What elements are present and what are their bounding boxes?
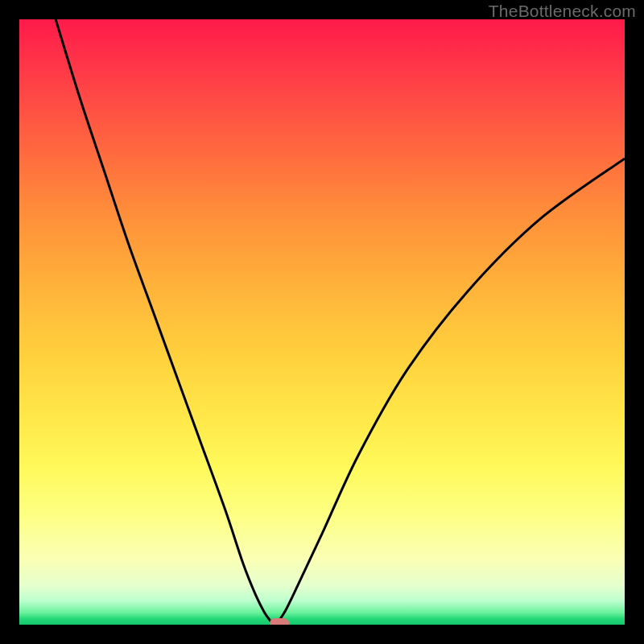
- plot-area: [19, 19, 625, 625]
- watermark-text: TheBottleneck.com: [489, 2, 636, 21]
- optimal-point-marker: [270, 618, 289, 625]
- chart-frame: TheBottleneck.com: [0, 0, 644, 644]
- curve-layer: [19, 19, 625, 625]
- bottleneck-curve: [56, 19, 625, 625]
